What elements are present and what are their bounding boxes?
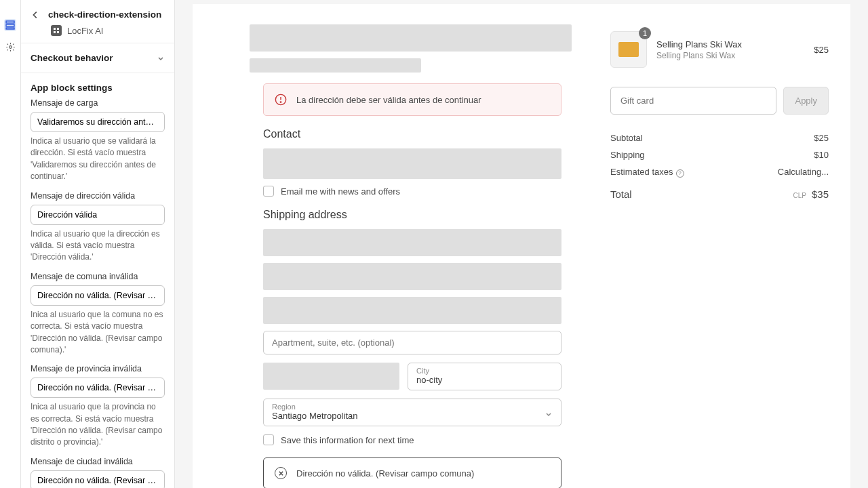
tax-row: Estimated taxes? Calculating...: [610, 163, 829, 181]
city-value: no-city: [416, 375, 553, 385]
total-label: Total: [610, 188, 632, 200]
skeleton: [250, 24, 572, 52]
apply-button[interactable]: Apply: [783, 87, 829, 115]
subtotal-value: $25: [814, 133, 829, 143]
field-input-valida[interactable]: [31, 205, 165, 225]
field-mensaje-carga: Mensaje de carga Indica al usuario que s…: [31, 98, 165, 183]
field-input-carga[interactable]: [31, 112, 165, 132]
skeleton: [263, 229, 561, 256]
order-summary: 1 Selling Plans Ski Wax Selling Plans Sk…: [599, 4, 850, 488]
checkout-preview: La dirección debe ser válida antes de co…: [193, 4, 850, 488]
field-provincia-invalida: Mensaje de provincia inválida Inica al u…: [31, 364, 165, 449]
app-name: LocFix AI: [67, 26, 103, 36]
app-badge-icon: [51, 25, 62, 36]
alert-text: La dirección debe ser válida antes de co…: [296, 95, 481, 105]
field-hint: Indica al usuario que se validará la dir…: [31, 136, 165, 183]
shipping-heading: Shipping address: [263, 209, 585, 221]
accordion-checkout-behavior[interactable]: Checkout behavior: [31, 43, 165, 73]
field-label: Mensaje de dirección válida: [31, 191, 165, 201]
warning-text: Dirección no válida. (Revisar campo comu…: [296, 468, 474, 479]
total-row: Total CLP $35: [610, 185, 829, 203]
field-ciudad-invalida: Mensaje de ciudad inválida Inica al usua…: [31, 457, 165, 488]
shipping-value: $10: [814, 150, 829, 160]
side-panel: check-direction-extension LocFix AI Chec…: [21, 0, 175, 488]
gift-card-input[interactable]: [610, 87, 776, 115]
region-label: Region: [272, 403, 553, 411]
field-hint: Indica al usuario que la dirección es vá…: [31, 228, 165, 264]
subtotal-row: Subtotal $25: [610, 129, 829, 146]
skeleton: [250, 58, 421, 73]
skeleton: [263, 297, 561, 324]
skeleton: [263, 263, 561, 290]
field-direccion-valida: Mensaje de dirección válida Indica al us…: [31, 191, 165, 264]
subtotal-label: Subtotal: [610, 133, 643, 143]
close-circle-icon: [275, 467, 287, 479]
preview-stage: La dirección debe ser válida antes de co…: [175, 0, 868, 488]
tax-value: Calculating...: [778, 167, 829, 178]
item-subtitle: Selling Plans Ski Wax: [656, 51, 804, 60]
svg-rect-1: [6, 24, 14, 26]
error-banner: La dirección debe ser válida antes de co…: [263, 83, 561, 116]
field-label: Mensaje de carga: [31, 98, 165, 108]
checkout-main: La dirección debe ser válida antes de co…: [193, 4, 599, 488]
item-title: Selling Plans Ski Wax: [656, 39, 804, 49]
cart-item: 1 Selling Plans Ski Wax Selling Plans Sk…: [610, 31, 829, 68]
sections-icon[interactable]: [4, 19, 16, 31]
app-row: LocFix AI: [31, 24, 165, 43]
svg-rect-2: [6, 28, 14, 29]
svg-rect-6: [54, 31, 56, 33]
total-value: $35: [812, 188, 829, 200]
field-label: Mensaje de ciudad inválida: [31, 457, 165, 466]
skeleton: [263, 148, 561, 179]
item-price: $25: [814, 45, 829, 55]
qty-badge: 1: [639, 27, 651, 39]
save-info-label: Save this information for next time: [281, 435, 414, 445]
currency-code: CLP: [793, 192, 806, 199]
chevron-down-icon: [545, 410, 553, 418]
field-hint: Inica al usuario que la comuna no es cor…: [31, 309, 165, 357]
contact-heading: Contact: [263, 128, 585, 140]
field-label: Mensaje de provincia inválida: [31, 364, 165, 373]
left-rail: [0, 0, 21, 488]
alert-icon: [275, 94, 287, 106]
extension-name: check-direction-extension: [48, 9, 161, 20]
accordion-label: Checkout behavior: [31, 53, 113, 63]
skeleton: [263, 363, 399, 390]
field-input-ciudad[interactable]: [31, 470, 165, 488]
checkbox[interactable]: [263, 434, 274, 445]
settings-icon[interactable]: [4, 41, 16, 53]
apartment-input[interactable]: [263, 331, 561, 354]
city-label: City: [416, 367, 553, 375]
svg-rect-5: [57, 28, 59, 30]
region-select[interactable]: Region Santiago Metropolitan: [263, 399, 561, 426]
shipping-label: Shipping: [610, 150, 645, 160]
field-hint: Inica al usuario que la provincia no es …: [31, 401, 165, 449]
chevron-down-icon: [157, 54, 165, 62]
section-title: App block settings: [31, 73, 165, 98]
back-icon[interactable]: [31, 10, 40, 20]
field-input-provincia[interactable]: [31, 378, 165, 398]
svg-point-3: [9, 45, 12, 48]
tax-label: Estimated taxes: [610, 167, 673, 177]
shipping-row: Shipping $10: [610, 146, 829, 163]
save-info-row[interactable]: Save this information for next time: [263, 434, 585, 445]
field-input-comuna[interactable]: [31, 285, 165, 306]
svg-rect-7: [57, 31, 59, 33]
svg-point-9: [280, 102, 281, 102]
info-icon[interactable]: ?: [676, 169, 684, 178]
email-news-label: Email me with news and offers: [281, 186, 400, 197]
field-label: Mensaje de comuna inválida: [31, 272, 165, 281]
field-comuna-invalida: Mensaje de comuna inválida Inica al usua…: [31, 272, 165, 357]
email-news-row[interactable]: Email me with news and offers: [263, 186, 585, 197]
svg-rect-0: [6, 21, 14, 23]
svg-rect-4: [54, 28, 56, 30]
city-input[interactable]: City no-city: [408, 363, 561, 390]
checkbox[interactable]: [263, 186, 274, 197]
validation-warning: Dirección no válida. (Revisar campo comu…: [263, 458, 561, 488]
region-value: Santiago Metropolitan: [272, 411, 553, 421]
